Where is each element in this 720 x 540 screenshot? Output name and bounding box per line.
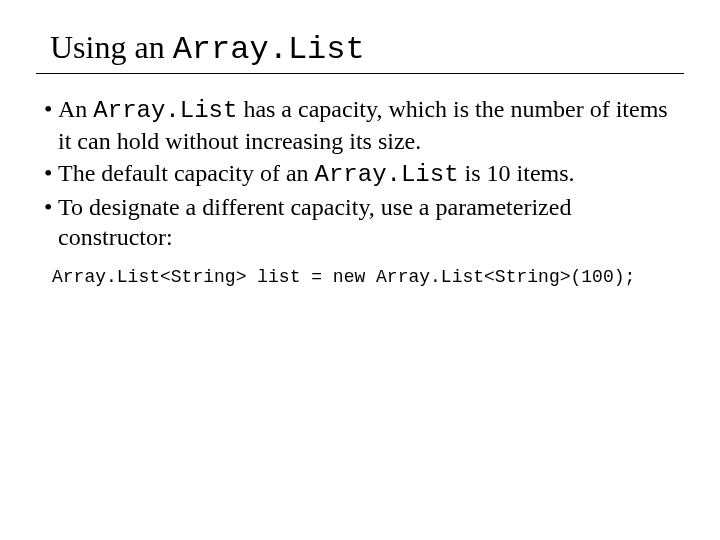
- bullet-pre: The default capacity of an: [58, 160, 315, 186]
- bullet-text: The default capacity of an Array.List is…: [58, 158, 684, 190]
- bullet-dot: •: [44, 94, 58, 156]
- slide: Using an Array.List • An Array.List has …: [0, 0, 720, 289]
- bullet-dot: •: [44, 192, 58, 252]
- bullet-text: An Array.List has a capacity, which is t…: [58, 94, 684, 156]
- title-prefix: Using an: [50, 29, 173, 65]
- bullet-dot: •: [44, 158, 58, 190]
- bullet-item: • An Array.List has a capacity, which is…: [44, 94, 684, 156]
- bullet-code: Array.List: [315, 161, 459, 188]
- bullet-code: Array.List: [93, 97, 237, 124]
- slide-title: Using an Array.List: [50, 28, 684, 69]
- bullet-item: • The default capacity of an Array.List …: [44, 158, 684, 190]
- title-code: Array.List: [173, 31, 365, 68]
- code-example: Array.List<String> list = new Array.List…: [44, 266, 684, 289]
- bullet-pre: To designate a different capacity, use a…: [58, 194, 571, 250]
- bullet-pre: An: [58, 96, 93, 122]
- title-block: Using an Array.List: [36, 28, 684, 74]
- bullet-text: To designate a different capacity, use a…: [58, 192, 684, 252]
- bullet-post: is 10 items.: [459, 160, 575, 186]
- body: • An Array.List has a capacity, which is…: [36, 94, 684, 289]
- bullet-item: • To designate a different capacity, use…: [44, 192, 684, 252]
